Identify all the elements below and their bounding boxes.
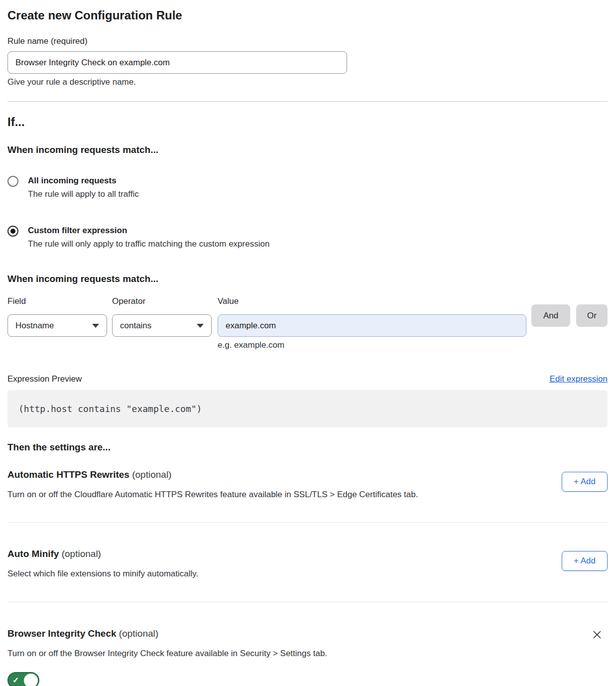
value-input[interactable]: [218, 314, 526, 337]
rule-name-label: Rule name (required): [7, 36, 608, 46]
then-settings-heading: Then the settings are...: [7, 441, 608, 453]
expression-preview-label: Expression Preview: [7, 374, 82, 384]
setting-title-automatic-https-rewrites: Automatic HTTPS Rewrites (optional): [7, 469, 418, 480]
expression-builder-heading: When incoming requests match...: [7, 273, 608, 284]
expression-preview-header: Expression Preview Edit expression: [7, 374, 608, 384]
section-divider: [7, 101, 608, 102]
expression-preview-code: (http.host contains "example.com"): [7, 390, 608, 427]
radio-all-incoming-requests[interactable]: [7, 176, 18, 187]
setting-desc-automatic-https-rewrites: Turn on or off the Cloudflare Automatic …: [7, 489, 418, 500]
optional-tag: (optional): [119, 628, 158, 639]
match-heading: When incoming requests match...: [7, 144, 608, 155]
optional-tag: (optional): [132, 469, 171, 480]
radio-desc-custom-filter-expression: The rule will only apply to traffic matc…: [28, 239, 269, 249]
and-button[interactable]: And: [531, 304, 570, 327]
remove-browser-integrity-check-button[interactable]: [591, 629, 604, 642]
setting-divider: [7, 522, 608, 523]
rule-name-input[interactable]: [7, 51, 347, 74]
radio-label-custom-filter-expression[interactable]: Custom filter expression: [28, 225, 269, 236]
radio-label-all-incoming-requests[interactable]: All incoming requests: [28, 175, 139, 186]
field-select[interactable]: Hostname: [7, 314, 107, 337]
optional-tag: (optional): [62, 549, 101, 559]
if-heading: If...: [7, 115, 608, 129]
radio-desc-all-incoming-requests: The rule will apply to all traffic: [28, 189, 139, 199]
create-configuration-rule-form: Create new Configuration Rule Rule name …: [0, 8, 616, 686]
rule-name-help: Give your rule a descriptive name.: [7, 77, 608, 87]
or-button[interactable]: Or: [576, 304, 608, 327]
edit-expression-link[interactable]: Edit expression: [550, 374, 608, 384]
chevron-down-icon: [92, 324, 99, 328]
close-icon: [592, 629, 603, 640]
field-column-label: Field: [7, 296, 107, 306]
radio-option-custom-filter-expression: Custom filter expression The rule will o…: [7, 225, 608, 249]
page-title: Create new Configuration Rule: [7, 8, 608, 22]
toggle-knob: [24, 674, 38, 686]
browser-integrity-check-toggle[interactable]: ✓: [7, 672, 39, 686]
chevron-down-icon: [197, 324, 204, 328]
setting-desc-browser-integrity-check: Turn on or off the Browser Integrity Che…: [7, 648, 327, 659]
operator-column-label: Operator: [112, 296, 212, 306]
setting-auto-minify: Auto Minify (optional) Select which file…: [7, 548, 608, 579]
radio-option-all-incoming-requests: All incoming requests The rule will appl…: [7, 175, 608, 199]
operator-select[interactable]: contains: [112, 314, 212, 337]
setting-desc-auto-minify: Select which file extensions to minify a…: [7, 568, 198, 579]
check-icon: ✓: [12, 677, 19, 685]
setting-title-auto-minify: Auto Minify (optional): [7, 548, 198, 559]
operator-select-value: contains: [120, 321, 151, 331]
field-select-value: Hostname: [15, 321, 54, 331]
setting-title-browser-integrity-check: Browser Integrity Check (optional): [7, 628, 327, 639]
rule-name-section: Rule name (required) Give your rule a de…: [7, 36, 608, 87]
setting-divider: [7, 602, 608, 602]
match-radio-group: All incoming requests The rule will appl…: [7, 175, 608, 249]
setting-browser-integrity-check: Browser Integrity Check (optional) Turn …: [7, 628, 608, 659]
value-help-text: e.g. example.com: [218, 340, 526, 350]
add-auto-minify-button[interactable]: + Add: [562, 551, 608, 571]
expression-builder-row: Field Hostname Operator contains Value e…: [7, 296, 608, 350]
add-automatic-https-rewrites-button[interactable]: + Add: [562, 472, 608, 492]
radio-custom-filter-expression[interactable]: [7, 226, 18, 237]
setting-automatic-https-rewrites: Automatic HTTPS Rewrites (optional) Turn…: [7, 469, 608, 500]
value-column-label: Value: [218, 296, 526, 306]
